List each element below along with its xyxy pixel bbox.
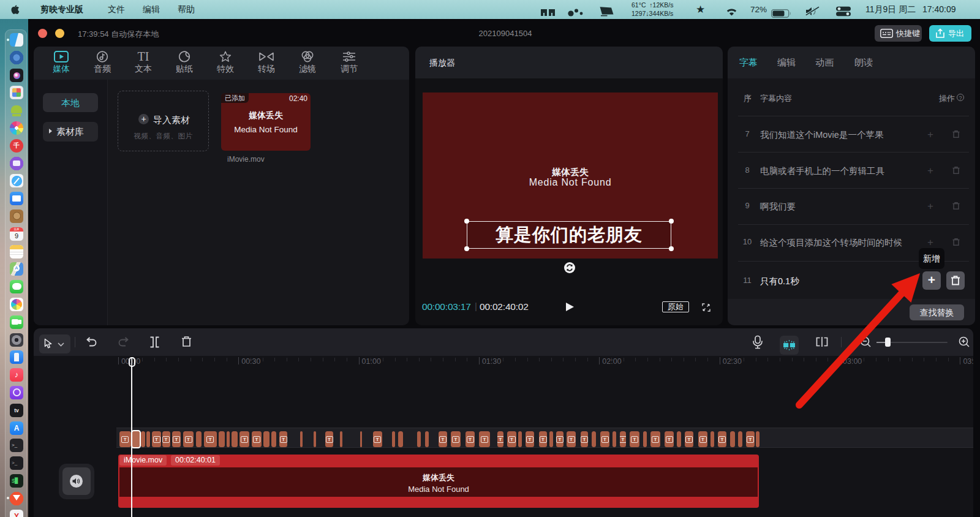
svg-text:TI: TI xyxy=(138,51,149,62)
